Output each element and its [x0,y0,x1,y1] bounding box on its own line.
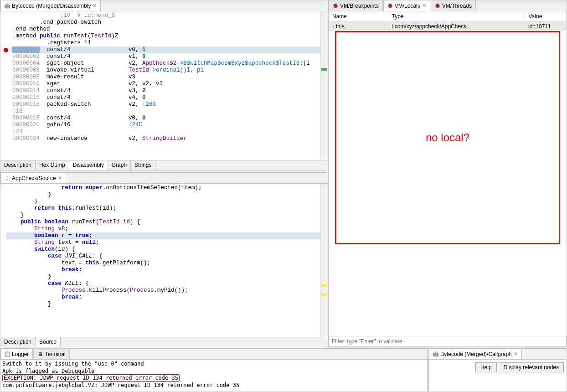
breakpoint-icon[interactable] [4,48,8,52]
vm-tab-vm-breakpoints[interactable]: 🐞VM/Breakpoints [329,0,383,11]
source-line[interactable]: text = this.getPlatform(); [6,260,327,267]
close-icon[interactable]: ✕ [58,175,62,181]
source-content[interactable]: return super.onOptionsItemSelected(item)… [0,184,327,337]
code-text: 0000000E move-result v3 [11,74,327,81]
gutter[interactable] [0,135,11,142]
close-icon[interactable]: ✕ [93,3,97,9]
code-line[interactable]: 0000000E move-result v3 [0,74,327,81]
local-name: this [336,23,345,30]
code-line[interactable]: 0000001E const/4 v0, 0 [0,115,327,122]
code-line[interactable]: :18 # id:menu_9 [0,12,327,19]
vm-tab-vm-threads[interactable]: 🐞VM/Threads [431,0,476,11]
logger-content[interactable]: Switch to it by issuing the "use 0" comm… [0,360,427,390]
gutter[interactable] [0,94,11,101]
bottom-tab-graph[interactable]: Graph [108,160,131,170]
close-icon[interactable]: ✕ [514,351,518,357]
code-line[interactable]: 00000024 new-instance v2, StringBuilder [0,135,327,142]
code-text: 00000018 packed-switch v2, :260 [11,101,327,108]
code-text: 00000024 new-instance v2, StringBuilder [11,135,327,142]
locals-column-value[interactable]: Value [525,11,567,22]
disassembly-content[interactable]: :18 # id:menu_9 .end packed-switch.end m… [0,11,327,160]
gutter[interactable] [0,81,11,88]
source-line[interactable]: switch(id) { [6,246,327,253]
code-line[interactable]: .end packed-switch [0,19,327,26]
source-line[interactable]: break; [6,267,327,273]
code-text: .end packed-switch [11,19,327,26]
source-line[interactable]: } [6,301,327,308]
gutter[interactable] [0,40,11,46]
source-line[interactable]: String v8; [6,226,327,232]
gutter[interactable] [0,60,11,67]
gutter[interactable] [0,88,11,94]
code-line[interactable]: 00000004 sget-object v2, AppCheck$2->$Sw… [0,60,327,67]
gutter[interactable] [0,115,11,122]
source-line[interactable]: case JNI_CALL: { [6,253,327,260]
source-line[interactable]: return this.runTest(id); [6,205,327,212]
code-line[interactable]: .end method [0,26,327,33]
code-text: 00000016 const/4 v4, 0 [11,94,327,101]
gutter[interactable] [0,53,11,60]
android-icon: 🤖 [5,3,10,9]
code-line[interactable]: 00000002 const/4 v1, 0 [0,53,327,60]
gutter[interactable] [0,46,11,53]
code-line[interactable]: .registers 11 [0,40,327,46]
gutter[interactable] [0,74,11,81]
expand-icon[interactable]: › [332,23,334,30]
source-line[interactable]: boolean r = true; [6,232,327,239]
source-line[interactable]: String text = null; [6,239,327,246]
source-line[interactable]: } [6,198,327,205]
callgraph-tab[interactable]: 🤖 Bytecode (Merged)/Callgraph ✕ [429,348,522,359]
code-line[interactable]: 00000008 invoke-virtual TestId->ordinal(… [0,67,327,74]
code-line[interactable]: 00000000 const/4 v0, 1 [0,46,327,53]
gutter[interactable] [0,33,11,40]
code-line[interactable]: 00000010 aget v2, v2, v3 [0,81,327,88]
source-bottom-tabs: DescriptionSource [0,337,327,347]
bottom-tab-source[interactable]: Source [36,337,61,347]
logger-tab-logger[interactable]: 📋Logger [0,348,33,359]
gutter[interactable] [0,122,11,129]
bottom-tab-description[interactable]: Description [0,337,36,347]
scrollbar[interactable] [320,184,327,337]
source-line[interactable]: break; [6,294,327,301]
code-line[interactable]: .method public runTest(TestId)Z [0,33,327,40]
gutter[interactable] [0,108,11,115]
code-line[interactable]: :1E [0,108,327,115]
bottom-tab-description[interactable]: Description [0,160,36,170]
source-line[interactable]: } [6,191,327,198]
code-line[interactable]: :24 [0,129,327,135]
scrollbar[interactable] [320,11,327,160]
logger-tab-label: Logger [12,351,29,357]
bottom-tab-hex-dump[interactable]: Hex Dump [36,160,69,170]
gutter[interactable] [0,67,11,74]
disassembly-tab[interactable]: 🤖 Bytecode (Merged)/Disassembly ✕ [0,0,101,11]
source-line[interactable]: case KILL: { [6,280,327,287]
code-text: 00000020 goto/16 :24C [11,122,327,129]
vm-tab-vm-locals[interactable]: 🐞VM/Locals✕ [383,0,430,11]
source-line[interactable]: return super.onOptionsItemSelected(item)… [6,185,327,191]
locals-row[interactable]: ›thisLcom/xyz/appcheck/AppCheck;id=10711 [329,22,567,31]
source-tab[interactable]: J AppCheck/Source ✕ [0,172,66,183]
locals-column-name[interactable]: Name [329,11,388,22]
code-line[interactable]: 00000014 const/4 v3, 2 [0,88,327,94]
source-line[interactable]: } [6,212,327,219]
display-relevant-nodes-button[interactable]: Display relevant nodes [499,362,564,372]
close-icon[interactable]: ✕ [422,3,426,9]
gutter[interactable] [0,12,11,19]
gutter[interactable] [0,26,11,33]
gutter[interactable] [0,101,11,108]
bottom-tab-disassembly[interactable]: Disassembly [69,160,108,170]
help-button[interactable]: Help [475,362,497,372]
source-line[interactable]: } [6,273,327,280]
gutter[interactable] [0,19,11,26]
locals-filter-input[interactable] [329,336,567,347]
bottom-tab-strings[interactable]: Strings [131,160,155,170]
logger-tab-terminal[interactable]: 🖥Terminal [33,348,69,359]
code-line[interactable]: 00000018 packed-switch v2, :260 [0,101,327,108]
gutter[interactable] [0,129,11,135]
source-line[interactable]: public boolean runTest(TestId id) { [6,219,327,226]
code-line[interactable]: 00000020 goto/16 :24C [0,122,327,129]
source-line[interactable]: Process.killProcess(Process.myPid()); [6,287,327,294]
code-text: String v8; [6,226,327,232]
code-line[interactable]: 00000016 const/4 v4, 0 [0,94,327,101]
locals-column-type[interactable]: Type [388,11,525,22]
